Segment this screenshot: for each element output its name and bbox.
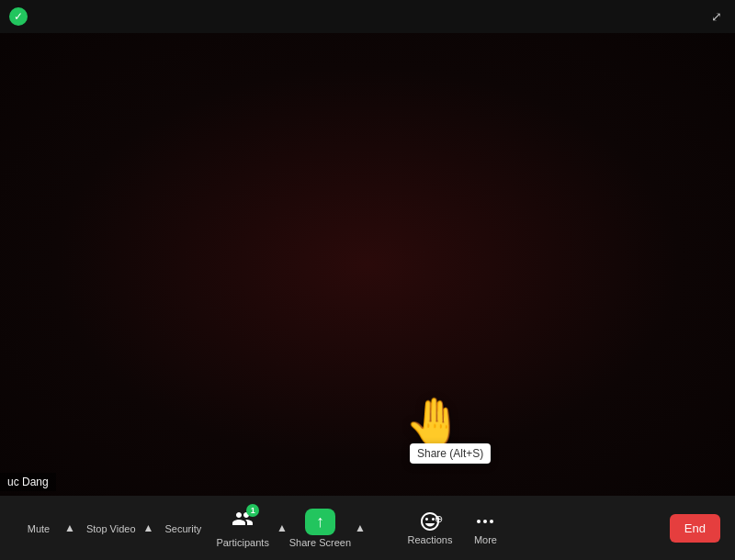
- more-button[interactable]: More: [461, 507, 509, 549]
- participants-count-badge: 1: [246, 504, 259, 517]
- participants-group: 1 Participants ▲: [210, 504, 288, 552]
- toolbar-end: End: [544, 514, 720, 543]
- reactions-label: Reactions: [407, 534, 452, 545]
- mute-button[interactable]: Mute: [15, 518, 62, 538]
- zoom-logo: ✓: [9, 7, 28, 26]
- participants-label: Participants: [216, 537, 268, 548]
- toolbar-right-tools: Reactions ⊕ More: [368, 507, 544, 549]
- mute-label: Mute: [28, 523, 50, 534]
- stop-video-button[interactable]: Stop Video: [81, 518, 141, 538]
- share-screen-group: ↑ Share Screen ▲: [289, 509, 368, 548]
- security-button[interactable]: Security: [159, 518, 207, 538]
- more-group: More: [461, 507, 509, 549]
- more-icon: [474, 510, 496, 532]
- security-label: Security: [165, 523, 202, 534]
- participants-icon: 1: [232, 508, 254, 535]
- reactions-group: Reactions ⊕: [401, 507, 458, 549]
- svg-point-2: [490, 520, 493, 523]
- more-label: More: [474, 534, 497, 545]
- end-button[interactable]: End: [670, 514, 720, 543]
- mute-group: Mute ▲: [15, 518, 77, 538]
- share-screen-chevron[interactable]: ▲: [353, 521, 368, 534]
- participant-name-label: uc Dang: [0, 473, 56, 491]
- stop-video-label: Stop Video: [86, 523, 136, 534]
- participants-button[interactable]: 1 Participants: [210, 504, 274, 552]
- toolbar-left: Mute ▲ Stop Video ▲: [15, 504, 289, 552]
- stop-video-chevron[interactable]: ▲: [141, 521, 156, 534]
- toolbar: Mute ▲ Stop Video ▲: [0, 496, 735, 560]
- share-screen-icon-container: ↑: [305, 509, 335, 535]
- share-screen-button[interactable]: ↑ Share Screen: [289, 509, 351, 548]
- mute-chevron[interactable]: ▲: [62, 521, 77, 534]
- reactions-button[interactable]: Reactions: [401, 507, 458, 549]
- svg-point-1: [483, 520, 487, 523]
- share-screen-tooltip: Share (Alt+S): [410, 443, 491, 464]
- video-area: [0, 33, 735, 496]
- security-shield-icon: ✓: [9, 7, 28, 26]
- svg-point-0: [477, 520, 481, 523]
- expand-button[interactable]: ⤢: [707, 7, 726, 26]
- toolbar-center: ↑ Share Screen ▲: [289, 509, 368, 548]
- participants-chevron[interactable]: ▲: [275, 521, 289, 534]
- top-bar: ✓ ⤢: [0, 0, 735, 33]
- share-screen-up-arrow-icon: ↑: [316, 512, 324, 532]
- share-screen-label: Share Screen: [289, 537, 351, 548]
- security-group: Security: [159, 518, 207, 538]
- stop-video-group: Stop Video ▲: [81, 518, 156, 538]
